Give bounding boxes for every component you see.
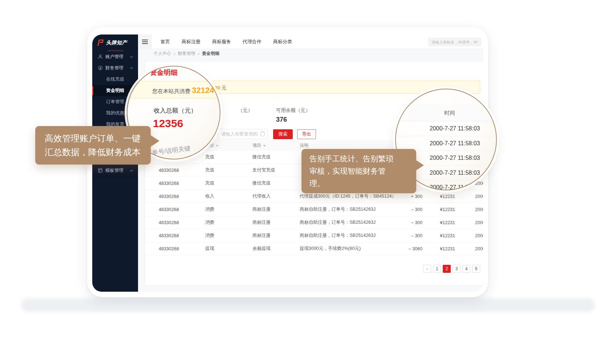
caret-down-icon <box>216 145 219 147</box>
cell-amount: – 300 <box>393 220 422 225</box>
breadcrumb-separator: > <box>173 52 175 56</box>
logo-icon <box>97 40 104 46</box>
pagination-prev[interactable]: ‹ <box>423 265 431 273</box>
cell-order: 48330268 <box>145 233 201 238</box>
sidebar-item-在线充值[interactable]: 在线充值 <box>92 74 138 85</box>
cell-type: 消费 <box>201 206 248 213</box>
magnified-banner: 您在本站共消费 32124 元 <box>127 81 220 98</box>
cell-balance: ¥12231 <box>422 246 455 251</box>
magnified-banner-text: 您在本站共消费 32124 元 <box>152 86 220 95</box>
laptop-base-shadow <box>21 298 595 312</box>
nav-item[interactable]: 商标分类 <box>273 39 292 45</box>
breadcrumb: 个人中心>财务管理>资金明细 <box>138 49 483 58</box>
sidebar-item-label: 订单管理 <box>106 99 124 105</box>
calendar-icon[interactable] <box>260 132 265 136</box>
pagination-page-2[interactable]: 2 <box>443 265 451 273</box>
export-button[interactable]: 导出 <box>297 129 316 139</box>
breadcrumb-item: 资金明细 <box>202 50 219 57</box>
sidebar-item-模板管理[interactable]: 模板管理 <box>92 165 138 176</box>
cell-balance: ¥12231 <box>422 194 455 199</box>
breadcrumb-item[interactable]: 个人中心 <box>154 50 171 57</box>
cell-desc: 代理提成300元（ID:1245，订单号：SB45124） <box>295 193 393 199</box>
magnified-income-label: 收入总额（元） <box>154 106 197 115</box>
cell-project: 商标注册 <box>248 219 295 226</box>
hamburger-icon <box>142 39 148 45</box>
stats-divider <box>273 104 273 120</box>
cell-type: 提现 <box>201 246 248 252</box>
magnified-time-value: 2000-7-27 11:58:03 <box>430 170 480 176</box>
cell-desc: 提现3000元，手续费2%(60元) <box>295 246 393 252</box>
magnified-time-value: 2000-7-27 11:58:03 <box>430 140 480 147</box>
pagination: ‹12345 <box>423 265 480 273</box>
cell-project: 代理收入 <box>248 193 295 199</box>
table-row: 48330268消费商标注册商标自助注册，订单号：SB2514263J– 300… <box>145 203 483 216</box>
cell-order: 48330268 <box>145 181 201 186</box>
cell-project: 微信充值 <box>248 180 295 186</box>
cell-project: 微信充值 <box>248 154 295 160</box>
template-icon <box>98 168 103 173</box>
logo[interactable]: 头牌知产 <box>92 35 138 50</box>
cell-time: 2000-7-27 11:58:03 <box>475 220 483 225</box>
chevron-up-icon <box>130 67 133 70</box>
pagination-page-4[interactable]: 4 <box>462 265 470 273</box>
breadcrumb-item[interactable]: 财务管理 <box>178 50 195 57</box>
callout-left: 高效管理账户订单、一键 汇总数据，降低财务成本 <box>35 126 151 165</box>
sidebar-item-财务管理[interactable]: 财务管理 <box>92 62 138 74</box>
cell-time: 2000-7-27 11:58:03 <box>475 233 483 238</box>
top-nav-items: 首页商标注册商标服务代理合作商标分类 <box>161 39 292 45</box>
table-row: 48330268提现余额提现提现3000元，手续费2%(60元)– 3060¥1… <box>145 242 483 255</box>
callout-left-line2: 汇总数据，降低财务成本 <box>45 145 141 159</box>
sidebar-item-label: 在线充值 <box>106 76 124 82</box>
magnified-time-row: 2000-7-27 11:58:03 <box>396 121 496 136</box>
sidebar-item-label: 财务管理 <box>105 65 123 71</box>
table-row: 48330268消费商标注册商标自助注册，订单号：SB2514263J– 300… <box>145 229 483 242</box>
cell-type: 充值 <box>201 180 248 186</box>
callout-right-line2: 审核，实现智能财务管 <box>309 165 408 177</box>
callout-right: 告别手工统计、告别繁琐 审核，实现智能财务管 理。 <box>301 149 416 193</box>
cell-balance: ¥12231 <box>422 233 455 238</box>
top-navbar: 首页商标注册商标服务代理合作商标分类 <box>138 35 483 49</box>
pagination-page-5[interactable]: 5 <box>472 265 480 273</box>
cell-order: 48330268 <box>145 207 201 212</box>
cell-amount: – 300 <box>393 207 422 212</box>
nav-item[interactable]: 代理合作 <box>243 39 262 45</box>
cell-project: 商标注册 <box>248 206 295 213</box>
stat-balance: 可用余额（元） 376 <box>276 107 311 124</box>
caret-down-icon <box>263 145 266 147</box>
cell-type: 消费 <box>201 219 248 226</box>
callout-right-line3: 理。 <box>309 177 408 190</box>
header-project[interactable]: 项目 <box>248 142 295 149</box>
cell-order: 48330268 <box>145 246 201 251</box>
cell-desc: 商标自助注册，订单号：SB2514263J <box>295 206 393 213</box>
cell-time: 2000-7-27 11:58:03 <box>475 246 483 251</box>
callout-left-line1: 高效管理账户订单、一键 <box>45 132 141 145</box>
nav-item[interactable]: 商标注册 <box>182 39 200 45</box>
search-button[interactable]: 搜索 <box>273 129 293 139</box>
sidebar-item-label: 我的优惠券 <box>106 110 129 116</box>
cell-balance: ¥12231 <box>422 220 455 225</box>
menu-button[interactable] <box>138 35 152 49</box>
sidebar-item-label: 账户管理 <box>105 54 123 60</box>
breadcrumb-separator: > <box>197 52 199 56</box>
cell-time: 2000-7-27 11:58:03 <box>475 207 483 212</box>
pagination-page-1[interactable]: 1 <box>433 265 441 273</box>
sidebar-item-label: 资金明细 <box>106 88 124 94</box>
cell-project: 商标注册 <box>248 232 295 239</box>
logo-text: 头牌知产 <box>106 40 127 46</box>
sidebar-item-账户管理[interactable]: 账户管理 <box>92 51 138 62</box>
cell-amount: + 300 <box>393 194 422 199</box>
cell-balance: ¥12231 <box>422 207 455 212</box>
cell-amount: – 300 <box>393 233 422 238</box>
nav-item[interactable]: 商标服务 <box>212 39 231 45</box>
cell-desc: 商标自助注册，订单号：SB2514263J <box>295 232 393 239</box>
search-input[interactable] <box>428 38 481 46</box>
magnified-income-value: 12356 <box>153 117 183 130</box>
pagination-page-3[interactable]: 3 <box>453 265 461 273</box>
cell-time: 2000-7-27 11:58:03 <box>475 181 483 186</box>
magnified-time-row: 2000-7-27 11:58:03 <box>396 136 496 151</box>
cell-amount: – 3060 <box>393 246 422 251</box>
cell-type: 消费 <box>201 232 248 239</box>
cell-type: 收入 <box>201 193 248 199</box>
nav-item[interactable]: 首页 <box>161 39 170 45</box>
magnified-time-header: 时间 <box>395 105 497 121</box>
